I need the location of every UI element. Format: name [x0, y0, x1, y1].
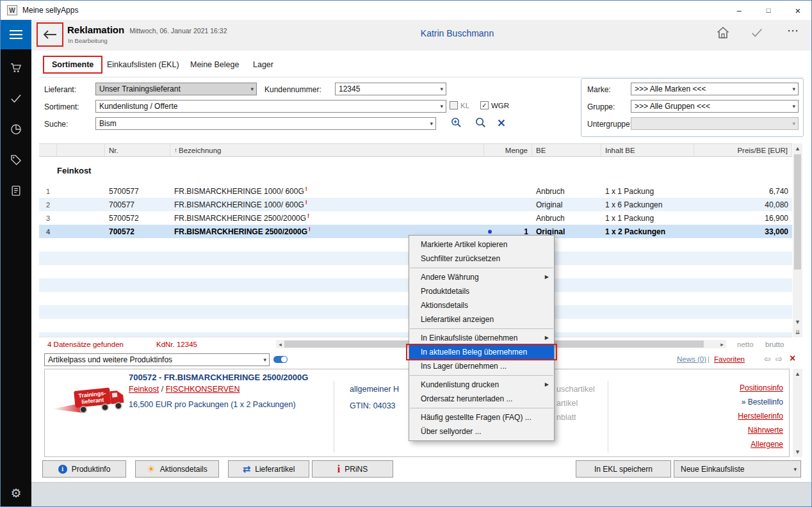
naehrwerte-link[interactable]: Nährwerte: [748, 426, 783, 435]
info-icon: i: [58, 465, 67, 474]
sun-icon: ☀: [147, 463, 155, 475]
page-down-icon[interactable]: ⇊: [793, 327, 802, 337]
lieferant-select[interactable]: Unser Trainingslieferant▾: [95, 83, 257, 95]
menu-item-ueber-sellyorder[interactable]: Über sellyorder ...: [409, 424, 554, 439]
pie-chart-icon[interactable]: [1, 121, 31, 138]
minimize-button[interactable]: –: [724, 1, 754, 20]
tab-meine-belege[interactable]: Meine Belege: [190, 60, 239, 69]
check-icon[interactable]: [1, 90, 31, 107]
col-nr[interactable]: Nr.: [105, 144, 170, 156]
chevron-down-icon: ▾: [440, 103, 443, 109]
info-toggle[interactable]: [273, 356, 288, 363]
search-plus-icon[interactable]: [450, 117, 462, 131]
news-link[interactable]: News (0): [677, 355, 706, 363]
kundennummer-select[interactable]: 12345▾: [335, 83, 446, 95]
hamburger-menu-icon[interactable]: [1, 20, 31, 49]
marke-select[interactable]: >>> Alle Marken <<<▾: [631, 83, 799, 95]
back-button[interactable]: [37, 22, 63, 47]
produktinfo-select[interactable]: Artikelpass und weitere Produktinfos▾: [44, 353, 270, 366]
article-table: Nr. ↑Bezeichnung Menge BE Inhalt BE Prei…: [39, 143, 792, 238]
gruppe-select[interactable]: >>> Alle Gruppen <<<▾: [631, 100, 799, 113]
herstellerinfo-link[interactable]: Herstellerinfo: [738, 412, 783, 421]
menu-item-produktdetails[interactable]: Produktdetails: [409, 284, 554, 298]
nav-right-icon[interactable]: ⇨: [775, 354, 783, 364]
table-scrollbar[interactable]: ▲ ▼ ⇊: [793, 143, 802, 337]
menu-item-suchfilter-zuruecksetzen[interactable]: Suchfilter zurücksetzen: [409, 252, 554, 266]
subcategory-link[interactable]: FISCHKONSERVEN: [166, 385, 240, 394]
more-options-icon[interactable]: ⋯: [787, 24, 800, 38]
neue-einkaufsliste-select[interactable]: Neue Einkaufsliste ▾: [674, 460, 801, 478]
positionsinfo-link[interactable]: Positionsinfo: [740, 383, 783, 392]
col-menge[interactable]: Menge: [484, 144, 532, 156]
catalog-icon[interactable]: [1, 182, 31, 199]
col-inhalt-be[interactable]: Inhalt BE: [601, 144, 694, 156]
tab-einkaufslisten[interactable]: Einkaufslisten (EKL): [107, 60, 179, 69]
menu-item-kundenlistung-drucken[interactable]: Kundenlistung drucken▶: [409, 378, 554, 392]
tag-icon[interactable]: [1, 152, 31, 168]
checkbox-unchecked[interactable]: [450, 101, 458, 109]
menu-item-andere-waehrung[interactable]: Andere Währung▶: [409, 270, 554, 284]
menu-item-in-einkaufsliste[interactable]: In Einkaufsliste übernehmen▶: [409, 331, 554, 345]
alert-icon: !: [305, 186, 307, 192]
netto-label[interactable]: netto: [737, 341, 754, 348]
sortiment-select[interactable]: Kundenlistung / Offerte▾: [95, 100, 446, 113]
table-row[interactable]: 2 700577 FR.BISMARCKHERINGE 1000/ 600G! …: [39, 198, 792, 211]
scroll-right-icon[interactable]: ▸: [718, 340, 726, 348]
tab-sortimente[interactable]: Sortimente: [43, 56, 102, 74]
scroll-left-icon[interactable]: ◂: [276, 340, 284, 348]
submenu-arrow-icon: ▶: [545, 378, 549, 392]
menu-separator: [410, 408, 553, 408]
checkbox-checked[interactable]: ✓: [480, 101, 489, 109]
panel-scrollbar[interactable]: ▲ ▼: [793, 369, 802, 457]
scroll-up-icon[interactable]: ▲: [793, 369, 802, 379]
wgr-checkbox[interactable]: ✓ WGR: [480, 101, 509, 109]
clear-search-icon[interactable]: [496, 118, 507, 131]
window-title: Meine sellyApps: [22, 6, 78, 15]
suche-label: Suche:: [44, 120, 68, 129]
col-be[interactable]: BE: [532, 144, 601, 156]
close-panel-icon[interactable]: ×: [790, 353, 795, 364]
category-link[interactable]: Feinkost: [129, 385, 159, 394]
suche-input[interactable]: Bism▾: [95, 117, 436, 130]
confirm-check-icon[interactable]: [750, 26, 764, 42]
search-icon[interactable]: [475, 117, 487, 131]
scroll-down-icon[interactable]: ▼: [793, 447, 802, 457]
aktionsdetails-button[interactable]: ☀ Aktionsdetails: [135, 460, 219, 478]
scroll-up-icon[interactable]: ▲: [793, 143, 802, 154]
scrollbar-thumb[interactable]: [794, 154, 801, 270]
produktinfo-button[interactable]: i Produktinfo: [42, 460, 126, 478]
prins-icon: i: [337, 463, 340, 475]
allergene-link[interactable]: Allergene: [751, 440, 783, 449]
lieferartikel-button[interactable]: ⇄ Lieferartikel: [228, 460, 309, 478]
cart-icon[interactable]: [1, 60, 31, 76]
home-icon[interactable]: [715, 25, 731, 43]
table-row[interactable]: 1 5700577 FR.BISMARCKHERINGE 1000/ 600G!…: [39, 184, 792, 198]
ekl-speichern-button[interactable]: In EKL speichern: [576, 460, 671, 478]
prins-button[interactable]: i PRiNS: [312, 460, 393, 478]
settings-gear-icon[interactable]: ⚙: [1, 485, 31, 501]
col-bezeichnung[interactable]: ↑Bezeichnung: [170, 144, 484, 156]
submenu-arrow-icon: ▶: [545, 331, 549, 345]
menu-item-aktionsdetails[interactable]: Aktionsdetails: [409, 298, 554, 312]
marker-dot-icon: [488, 230, 492, 234]
close-button[interactable]: ×: [783, 1, 812, 20]
maximize-button[interactable]: □: [754, 1, 783, 20]
tab-lager[interactable]: Lager: [253, 60, 273, 69]
menu-item-lieferartikel-anzeigen[interactable]: Lieferartikel anzeigen: [409, 312, 554, 326]
menu-item-ordersatz-herunterladen[interactable]: Ordersatz herunterladen ...: [409, 392, 554, 406]
menu-item-in-aktuellen-beleg[interactable]: In aktuellen Beleg übernehmen: [409, 345, 554, 359]
menu-item-faq[interactable]: Häufig gestellte Fragen (FAQ) ...: [409, 410, 554, 424]
nav-left-icon[interactable]: ⇦: [764, 354, 771, 364]
page-datetime: Mittwoch, 06. Januar 2021 16:32: [129, 27, 227, 35]
menu-item-ins-lager[interactable]: Ins Lager übernehmen ...: [409, 359, 554, 373]
bestellinfo-link[interactable]: » Bestellinfo: [742, 398, 783, 406]
menu-item-artikel-kopieren[interactable]: Markierte Artikel kopieren: [409, 237, 554, 252]
scroll-down-icon[interactable]: ▼: [793, 317, 802, 327]
kl-checkbox[interactable]: KL: [450, 101, 469, 109]
table-row[interactable]: 3 5700572 FR.BISMARCKHERINGE 2500/2000G!…: [39, 211, 792, 225]
col-preis[interactable]: Preis/BE [EUR]: [694, 144, 792, 156]
text-fragment: artikel: [556, 399, 578, 408]
favoriten-link[interactable]: Favoriten: [714, 355, 745, 363]
divider: [334, 381, 334, 453]
brutto-label[interactable]: brutto: [765, 341, 784, 348]
